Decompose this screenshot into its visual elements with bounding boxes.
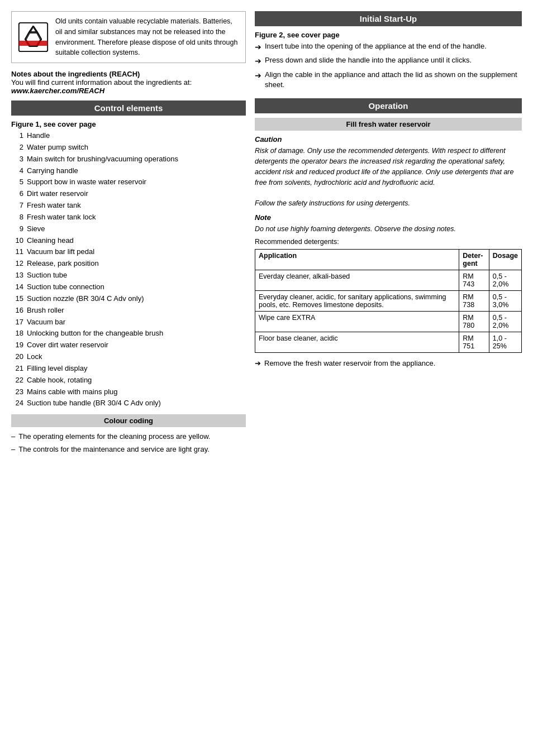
- right-column: Initial Start-Up Figure 2, see cover pag…: [255, 11, 522, 745]
- reach-url: www.kaercher.com/REACH: [11, 87, 246, 95]
- step-item: ➔ Align the cable in the appliance and a…: [255, 70, 522, 91]
- list-item: 1Handle: [11, 131, 246, 141]
- table-cell-dosage: 0,5 -3,0%: [489, 290, 521, 311]
- figure2-label: Figure 2, see cover page: [255, 31, 522, 39]
- list-item: 13Suction tube: [11, 270, 246, 281]
- list-item: 17Vacuum bar: [11, 317, 246, 328]
- list-item: 21Filling level display: [11, 363, 246, 374]
- list-item: 11Vacuum bar lift pedal: [11, 247, 246, 257]
- svg-rect-2: [18, 41, 47, 46]
- initial-startup-header: Initial Start-Up: [255, 11, 522, 26]
- list-item: 4Carrying handle: [11, 166, 246, 176]
- list-item: 9Sieve: [11, 224, 246, 235]
- arrow-icon: ➔: [255, 41, 261, 52]
- table-row: Everday cleaner, alkali-based RM 743 0,5…: [255, 270, 522, 290]
- arrow-icon: ➔: [255, 70, 261, 91]
- left-column: Old units contain valuable recyclable ma…: [11, 11, 246, 745]
- table-cell-dosage: 0,5 -2,0%: [489, 311, 521, 332]
- note-title: Note: [255, 213, 522, 222]
- control-elements-header: Control elements: [11, 101, 246, 116]
- control-elements-list: 1Handle 2Water pump switch 3Main switch …: [11, 131, 246, 409]
- table-cell-detergent: RM 743: [459, 270, 489, 290]
- list-item: 6Dirt water reservoir: [11, 189, 246, 199]
- recycle-icon: [16, 16, 50, 58]
- step-item: ➔ Remove the fresh water reservoir from …: [255, 358, 522, 369]
- colour-coding-list: The operating elements for the cleaning …: [11, 432, 246, 455]
- table-cell-detergent: RM 751: [459, 332, 489, 352]
- table-header-detergent: Deter-gent: [459, 249, 489, 270]
- list-item: 22Cable hook, rotating: [11, 375, 246, 386]
- table-cell-detergent: RM 780: [459, 311, 489, 332]
- remove-step-list: ➔ Remove the fresh water reservoir from …: [255, 358, 522, 369]
- fill-fresh-water-header: Fill fresh water reservoir: [255, 118, 522, 131]
- list-item: 14Suction tube connection: [11, 282, 246, 293]
- figure1-label: Figure 1, see cover page: [11, 120, 246, 128]
- recycle-text: Old units contain valuable recyclable ma…: [55, 16, 241, 58]
- list-item: 19Cover dirt water reservoir: [11, 340, 246, 351]
- colour-item: The controls for the maintenance and ser…: [11, 444, 246, 455]
- caution-title: Caution: [255, 135, 522, 143]
- list-item: 20Lock: [11, 352, 246, 362]
- arrow-icon: ➔: [255, 55, 261, 66]
- step-item: ➔ Insert tube into the opening of the ap…: [255, 41, 522, 52]
- table-row: Everyday cleaner, acidic, for sanitary a…: [255, 290, 522, 311]
- table-cell-dosage: 1,0 -25%: [489, 332, 521, 352]
- list-item: 12Release, park position: [11, 259, 246, 269]
- list-item: 3Main switch for brushing/vacuuming oper…: [11, 154, 246, 165]
- initial-startup-section: Initial Start-Up Figure 2, see cover pag…: [255, 11, 522, 90]
- recycle-notice-box: Old units contain valuable recyclable ma…: [11, 11, 246, 63]
- table-cell-detergent: RM 738: [459, 290, 489, 311]
- table-cell-dosage: 0,5 -2,0%: [489, 270, 521, 290]
- table-row: Floor base cleaner, acidic RM 751 1,0 -2…: [255, 332, 522, 352]
- list-item: 7Fresh water tank: [11, 200, 246, 211]
- table-header-application: Application: [255, 249, 459, 270]
- list-item: 18Unlocking button for the changeable br…: [11, 328, 246, 339]
- list-item: 2Water pump switch: [11, 142, 246, 153]
- note-text: Do not use highly foaming detergents. Ob…: [255, 224, 522, 235]
- recommended-label: Recommended detergents:: [255, 238, 522, 246]
- table-row: Wipe care EXTRA RM 780 0,5 -2,0%: [255, 311, 522, 332]
- remove-step-text: Remove the fresh water reservoir from th…: [264, 358, 435, 369]
- list-item: 24Suction tube handle (BR 30/4 C Adv onl…: [11, 398, 246, 409]
- reach-notes: Notes about the ingredients (REACH) You …: [11, 70, 246, 95]
- table-cell-application: Wipe care EXTRA: [255, 311, 459, 332]
- list-item: 8Fresh water tank lock: [11, 212, 246, 223]
- list-item: 5Support bow in waste water reservoir: [11, 177, 246, 188]
- list-item: 10Cleaning head: [11, 236, 246, 246]
- colour-coding-header: Colour coding: [11, 414, 246, 427]
- operation-header: Operation: [255, 98, 522, 113]
- reach-body: You will find current information about …: [11, 78, 246, 87]
- colour-item: The operating elements for the cleaning …: [11, 432, 246, 442]
- detergent-table: Application Deter-gent Dosage Everday cl…: [255, 249, 522, 353]
- caution-text: Risk of damage. Only use the recommended…: [255, 146, 522, 209]
- reach-title: Notes about the ingredients (REACH): [11, 70, 246, 78]
- table-cell-application: Floor base cleaner, acidic: [255, 332, 459, 352]
- table-header-dosage: Dosage: [489, 249, 521, 270]
- list-item: 16Brush roller: [11, 305, 246, 316]
- initial-startup-steps: ➔ Insert tube into the opening of the ap…: [255, 41, 522, 90]
- table-cell-application: Everday cleaner, alkali-based: [255, 270, 459, 290]
- table-cell-application: Everyday cleaner, acidic, for sanitary a…: [255, 290, 459, 311]
- list-item: 15Suction nozzle (BR 30/4 C Adv only): [11, 294, 246, 304]
- step-item: ➔ Press down and slide the handle into t…: [255, 55, 522, 66]
- arrow-icon: ➔: [255, 358, 261, 369]
- list-item: 23Mains cable with mains plug: [11, 387, 246, 398]
